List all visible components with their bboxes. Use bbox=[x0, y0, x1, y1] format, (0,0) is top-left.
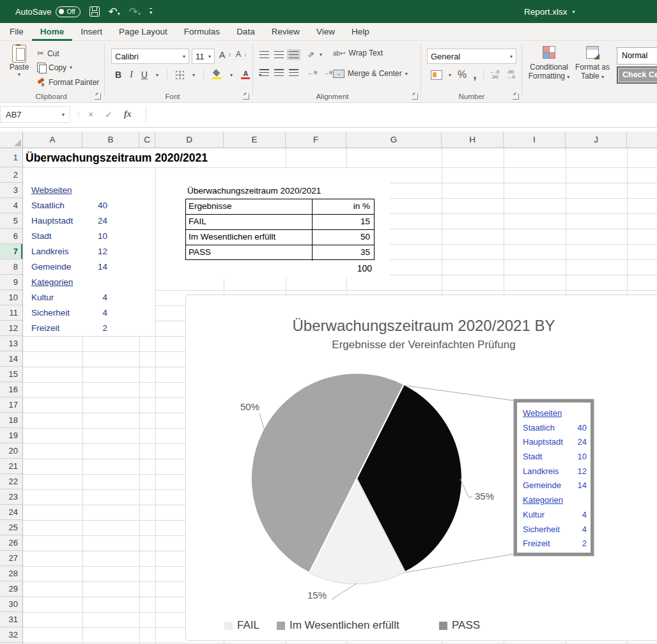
list-label[interactable]: Sicherheit bbox=[31, 305, 70, 321]
tab-view[interactable]: View bbox=[308, 23, 343, 41]
row-header[interactable]: 16 bbox=[0, 382, 22, 397]
row-header[interactable]: 9 bbox=[0, 275, 22, 290]
column-header-d[interactable]: D bbox=[155, 132, 224, 148]
number-format-caret-icon[interactable]: ▾ bbox=[510, 54, 513, 59]
style-check-cell[interactable]: Check Cell bbox=[617, 66, 657, 84]
alignment-dialog-launcher[interactable] bbox=[412, 93, 418, 100]
column-header-i[interactable]: I bbox=[504, 132, 566, 148]
accounting-caret-icon[interactable]: ▾ bbox=[449, 72, 451, 78]
insert-function-icon[interactable]: fx bbox=[124, 109, 132, 119]
customize-quick-access-icon[interactable]: ▾ bbox=[150, 8, 152, 15]
format-painter-button[interactable]: Format Painter bbox=[37, 78, 99, 87]
decrease-indent-icon[interactable]: ←≡ bbox=[307, 69, 318, 76]
borders-icon[interactable] bbox=[176, 71, 184, 79]
column-header-partial[interactable] bbox=[627, 132, 657, 148]
column-header-h[interactable]: H bbox=[442, 132, 504, 148]
comma-style-icon[interactable]: , bbox=[473, 72, 476, 78]
paste-caret-icon[interactable]: ▾ bbox=[5, 72, 33, 77]
row-header[interactable]: 28 bbox=[0, 566, 22, 581]
font-color-icon[interactable]: A bbox=[241, 70, 251, 79]
align-left-icon[interactable] bbox=[259, 69, 269, 76]
underline-button[interactable]: U bbox=[141, 70, 148, 80]
row-header[interactable]: 1 bbox=[0, 148, 22, 167]
name-box[interactable]: AB7 ▾ bbox=[0, 106, 70, 123]
tab-review[interactable]: Review bbox=[263, 23, 308, 41]
row-header-selected[interactable]: 7 bbox=[0, 244, 22, 259]
list-label[interactable]: Kategorien bbox=[31, 275, 73, 290]
list-label[interactable]: Webseiten bbox=[31, 183, 72, 198]
table-cell-pass[interactable]: PASS bbox=[186, 245, 313, 261]
column-header-a[interactable]: A bbox=[23, 132, 82, 148]
column-header-g[interactable]: G bbox=[346, 132, 442, 148]
legend-item-iwe[interactable]: Im Wesentlichen erfüllt bbox=[277, 619, 399, 632]
chart-title[interactable]: Überwachungszeitraum 2020/2021 BY bbox=[186, 317, 657, 335]
conditional-formatting-button[interactable]: Conditional Formatting ▾ bbox=[527, 46, 571, 80]
table-cell-fail[interactable]: FAIL bbox=[186, 215, 313, 229]
row-header[interactable]: 23 bbox=[0, 489, 22, 505]
align-top-icon[interactable] bbox=[259, 51, 269, 58]
tab-home[interactable]: Home bbox=[32, 23, 73, 41]
font-name-caret-icon[interactable]: ▾ bbox=[183, 54, 185, 59]
list-value[interactable]: 40 bbox=[77, 198, 107, 213]
results-table[interactable]: Ergebnisse in % FAIL 15 Im Wesentlichen … bbox=[185, 199, 375, 260]
tab-insert[interactable]: Insert bbox=[72, 23, 111, 41]
style-normal[interactable]: Normal bbox=[617, 47, 657, 65]
row-header[interactable]: 19 bbox=[0, 428, 22, 443]
row-header[interactable]: 11 bbox=[0, 305, 22, 321]
name-box-caret-icon[interactable]: ▾ bbox=[62, 112, 65, 118]
row-header[interactable]: 14 bbox=[0, 351, 22, 367]
font-name-combo[interactable]: Calibri ▾ bbox=[111, 49, 189, 64]
row-header[interactable]: 24 bbox=[0, 505, 22, 520]
shrink-font-button[interactable]: A↓ bbox=[236, 50, 247, 59]
row-header[interactable]: 3 bbox=[0, 183, 22, 198]
row-header[interactable]: 27 bbox=[0, 551, 22, 566]
cell-a1-title[interactable]: Überwachungszeitraum 2020/2021 bbox=[26, 148, 227, 167]
list-value[interactable]: 14 bbox=[77, 259, 107, 275]
list-value[interactable]: 12 bbox=[77, 244, 107, 259]
list-value[interactable]: 24 bbox=[77, 213, 107, 229]
row-header[interactable]: 12 bbox=[0, 321, 22, 336]
list-label[interactable]: Hauptstadt bbox=[31, 213, 73, 229]
number-format-combo[interactable]: General ▾ bbox=[427, 49, 516, 64]
copy-button[interactable]: Copy ▾ bbox=[37, 63, 72, 72]
column-header-c[interactable]: C bbox=[139, 132, 155, 148]
table-cell-pass-value[interactable]: 35 bbox=[313, 245, 373, 261]
list-value[interactable]: 4 bbox=[77, 290, 107, 305]
formula-bar-grip-icon[interactable]: ⋮ bbox=[75, 111, 82, 119]
chart-subtitle[interactable]: Ergebnisse der Vereinfachten Prüfung bbox=[186, 339, 657, 351]
pie-chart[interactable]: Überwachungszeitraum 2020/2021 BY Ergebn… bbox=[185, 295, 657, 641]
table-total-cell[interactable]: 100 bbox=[298, 261, 372, 276]
legend-item-pass[interactable]: PASS bbox=[439, 619, 480, 632]
row-header[interactable]: 13 bbox=[0, 336, 22, 351]
list-label[interactable]: Kultur bbox=[31, 290, 54, 305]
merge-center-caret-icon[interactable]: ▾ bbox=[405, 71, 408, 77]
borders-caret-icon[interactable]: ▾ bbox=[192, 72, 195, 78]
copy-caret-icon[interactable]: ▾ bbox=[70, 65, 72, 70]
undo-button[interactable]: ↶▾ bbox=[109, 6, 120, 17]
fill-color-icon[interactable] bbox=[212, 70, 222, 79]
row-header[interactable]: 2 bbox=[0, 167, 22, 183]
paste-button[interactable]: Paste ▾ bbox=[5, 45, 33, 77]
save-icon[interactable] bbox=[89, 6, 100, 17]
row-header[interactable]: 22 bbox=[0, 474, 22, 489]
row-header[interactable]: 6 bbox=[0, 229, 22, 244]
row-header[interactable]: 32 bbox=[0, 627, 22, 643]
legend-item-fail[interactable]: FAIL bbox=[224, 619, 259, 632]
format-as-table-button[interactable]: Format as Table ▾ bbox=[573, 46, 612, 80]
merge-center-button[interactable]: ↔ Merge & Center ▾ bbox=[333, 69, 408, 78]
row-header[interactable]: 5 bbox=[0, 213, 22, 229]
table-cell-iwe-value[interactable]: 50 bbox=[313, 230, 373, 245]
table-header-in-percent[interactable]: in % bbox=[313, 199, 373, 214]
accounting-format-icon[interactable] bbox=[431, 70, 442, 80]
select-all-corner[interactable] bbox=[0, 132, 23, 148]
table-header-ergebnisse[interactable]: Ergebnisse bbox=[186, 199, 313, 214]
font-size-caret-icon[interactable]: ▾ bbox=[208, 54, 211, 59]
tab-page-layout[interactable]: Page Layout bbox=[111, 23, 176, 41]
tab-file[interactable]: File bbox=[1, 23, 32, 41]
align-middle-icon[interactable] bbox=[274, 51, 284, 58]
decrease-decimal-icon[interactable]: .00→.0 bbox=[506, 70, 515, 80]
align-right-icon[interactable] bbox=[289, 69, 298, 76]
row-header[interactable]: 29 bbox=[0, 581, 22, 597]
list-value[interactable]: 4 bbox=[77, 305, 107, 321]
row-header[interactable]: 21 bbox=[0, 459, 22, 474]
